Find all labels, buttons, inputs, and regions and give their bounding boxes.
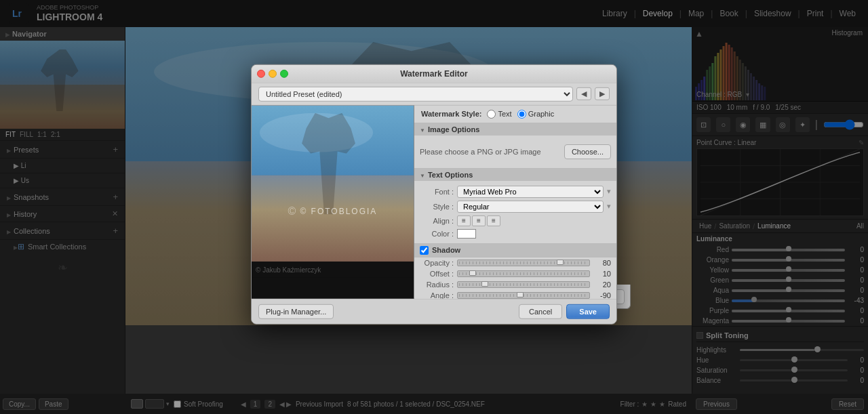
watermark-editor-footer: Plug-in Manager... Cancel Save xyxy=(252,298,616,323)
font-label: Font : xyxy=(420,187,454,195)
text-options-expand-icon xyxy=(420,170,425,178)
image-options-expand-icon xyxy=(420,125,425,133)
style-text-input[interactable] xyxy=(487,109,496,118)
font-dropdown-icon: ▾ xyxy=(607,187,611,196)
watermark-editor-title: Watermark Editor xyxy=(400,68,468,78)
minimize-button[interactable] xyxy=(269,69,277,77)
align-left-button[interactable]: ≡ xyxy=(457,215,471,226)
style2-label: Style : xyxy=(420,202,454,210)
watermark-editor-dialog: Watermark Editor Untitled Preset (edited… xyxy=(251,64,617,324)
style-row: Style : Regular ▾ xyxy=(420,199,611,213)
text-options-body: Font : Myriad Web Pro ▾ Style : Regular xyxy=(414,180,616,243)
watermark-options-pane: Watermark Style: Text Graphic Image Opti… xyxy=(414,105,616,298)
watermark-text-value: © FOTOBLOGIA xyxy=(300,207,377,216)
text-options-header[interactable]: Text Options xyxy=(414,168,616,180)
watermark-preview-pane: © © FOTOBLOGIA © Jakub Kaźmierczyk xyxy=(252,105,414,298)
opacity-label: Opacity : xyxy=(420,258,454,266)
opacity-value: 80 xyxy=(593,258,611,266)
text-options-block: Text Options Font : Myriad Web Pro ▾ Sty… xyxy=(414,168,616,243)
font-select[interactable]: Myriad Web Pro xyxy=(457,185,604,197)
offset-label: Offset : xyxy=(420,269,454,277)
shadow-checkbox[interactable] xyxy=(420,245,429,254)
align-center-button[interactable]: ≡ xyxy=(472,215,486,226)
preset-select[interactable]: Untitled Preset (edited) xyxy=(258,86,573,101)
radius-row: Radius : 20 xyxy=(414,278,616,289)
offset-slider[interactable] xyxy=(457,270,590,276)
image-choose-row: Please choose a PNG or JPG image Choose.… xyxy=(420,138,611,164)
align-buttons: ≡ ≡ ≡ xyxy=(457,215,500,226)
style-text-label: Text xyxy=(498,110,511,118)
style-label: Watermark Style: xyxy=(421,110,481,118)
save-button[interactable]: Save xyxy=(566,304,610,318)
angle-value: -90 xyxy=(593,291,611,298)
image-choose-text: Please choose a PNG or JPG image xyxy=(420,147,541,155)
preview-caption-text: © Jakub Kaźmierczyk xyxy=(256,266,321,273)
style-graphic-input[interactable] xyxy=(517,109,526,118)
dialog-overlay: Watermark Editor Untitled Preset (edited… xyxy=(0,0,868,414)
angle-label: Angle : xyxy=(420,291,454,298)
style-graphic-radio[interactable]: Graphic xyxy=(517,109,555,118)
opacity-slider[interactable] xyxy=(457,259,590,266)
watermark-preset-bar: Untitled Preset (edited) ◀ ▶ xyxy=(252,83,616,105)
image-options-block: Image Options Please choose a PNG or JPG… xyxy=(414,123,616,168)
style-text-radio[interactable]: Text xyxy=(487,109,511,118)
preview-caption-row: © Jakub Kaźmierczyk xyxy=(252,261,414,277)
align-row: Align : ≡ ≡ ≡ xyxy=(420,213,611,227)
offset-row: Offset : 10 xyxy=(414,268,616,278)
font-row: Font : Myriad Web Pro ▾ xyxy=(420,184,611,199)
choose-image-button[interactable]: Choose... xyxy=(564,144,611,159)
shadow-header: Shadow xyxy=(414,243,616,257)
radius-value: 20 xyxy=(593,280,611,288)
preset-next-button[interactable]: ▶ xyxy=(595,87,610,100)
cancel-button[interactable]: Cancel xyxy=(519,304,562,318)
image-options-label: Image Options xyxy=(428,125,479,133)
align-label: Align : xyxy=(420,216,454,224)
watermark-style-section: Watermark Style: Text Graphic xyxy=(414,105,616,123)
angle-slider[interactable] xyxy=(457,291,590,298)
text-options-label: Text Options xyxy=(428,170,473,178)
style-select[interactable]: Regular xyxy=(457,200,604,212)
angle-row: Angle : -90 xyxy=(414,289,616,298)
preset-prev-button[interactable]: ◀ xyxy=(576,87,591,100)
traffic-lights xyxy=(257,69,288,77)
close-button[interactable] xyxy=(257,69,265,77)
image-options-header[interactable]: Image Options xyxy=(414,123,616,135)
color-label: Color : xyxy=(420,229,454,237)
maximize-button[interactable] xyxy=(280,69,288,77)
offset-value: 10 xyxy=(593,269,611,277)
shadow-label: Shadow xyxy=(432,246,460,254)
image-options-body: Please choose a PNG or JPG image Choose.… xyxy=(414,135,616,167)
color-swatch[interactable] xyxy=(457,228,476,238)
style-dropdown-icon: ▾ xyxy=(607,202,611,211)
color-row: Color : xyxy=(420,227,611,239)
style-graphic-label: Graphic xyxy=(528,110,555,118)
watermark-editor-body: © © FOTOBLOGIA © Jakub Kaźmierczyk Water… xyxy=(252,105,616,298)
watermark-preview-image: © © FOTOBLOGIA xyxy=(252,105,414,261)
watermark-preview-text: © © FOTOBLOGIA xyxy=(288,205,378,218)
radius-label: Radius : xyxy=(420,280,454,288)
plugin-manager-button[interactable]: Plug-in Manager... xyxy=(258,304,334,318)
radius-slider[interactable] xyxy=(457,281,590,287)
align-right-button[interactable]: ≡ xyxy=(487,215,500,226)
opacity-row: Opacity : 80 xyxy=(414,257,616,268)
watermark-editor-titlebar: Watermark Editor xyxy=(252,64,616,83)
